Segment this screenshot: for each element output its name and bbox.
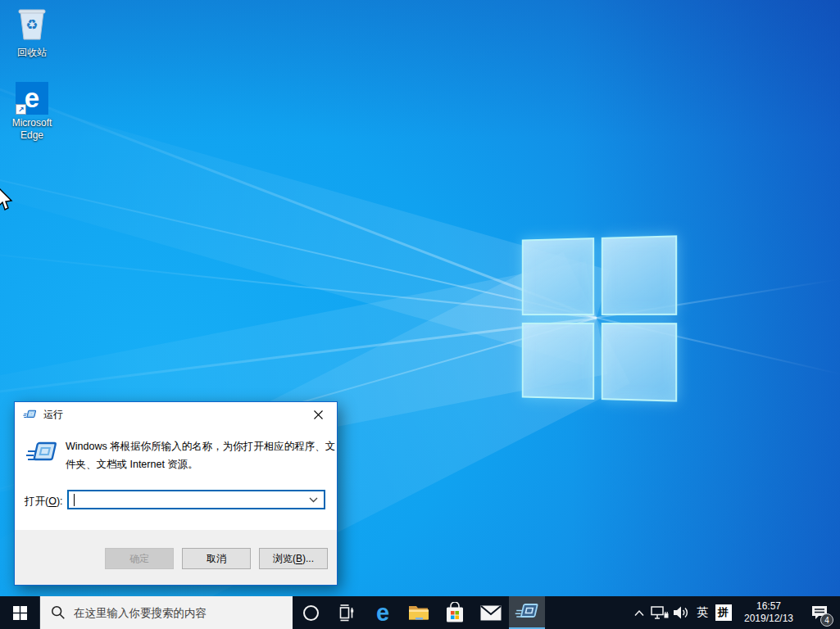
- recycle-bin-label: 回收站: [17, 47, 47, 59]
- action-center-button[interactable]: 4: [803, 596, 836, 629]
- edge-taskbar-icon: e: [376, 600, 389, 627]
- ok-button[interactable]: 确定: [105, 548, 174, 569]
- text-caret: [74, 494, 75, 506]
- taskbar-search[interactable]: [39, 596, 293, 629]
- volume-tray-button[interactable]: [670, 596, 692, 629]
- ime-language-indicator[interactable]: 英: [692, 596, 712, 629]
- clock[interactable]: 16:57 2019/12/13: [734, 596, 803, 629]
- run-icon: [25, 440, 58, 468]
- ime-mode-button[interactable]: 拼: [712, 596, 734, 629]
- run-dialog: 运行 Windows 将根据你所输入的名称，为你打开相应的程序、文件夹、文档或 …: [14, 401, 338, 586]
- run-taskbar-button[interactable]: [509, 596, 545, 629]
- cortana-icon: [303, 605, 319, 621]
- edge-label: Microsoft Edge: [6, 117, 58, 142]
- browse-button[interactable]: 浏览(B)...: [259, 548, 328, 569]
- task-view-button[interactable]: [329, 596, 365, 629]
- store-icon: [445, 602, 465, 623]
- task-view-icon: [337, 603, 356, 622]
- edge-icon: e ↗: [16, 82, 48, 115]
- run-titlebar-icon: [23, 409, 37, 420]
- svg-text:♻: ♻: [25, 17, 38, 33]
- system-tray: 英 拼 16:57 2019/12/13 4: [630, 596, 840, 629]
- open-input[interactable]: [74, 492, 303, 507]
- tray-expand-button[interactable]: [630, 596, 648, 629]
- mail-icon: [480, 605, 502, 621]
- close-icon: [314, 410, 323, 419]
- run-taskbar-icon: [515, 602, 539, 622]
- shortcut-arrow-icon: ↗: [16, 104, 26, 115]
- close-button[interactable]: [300, 403, 337, 427]
- open-combobox[interactable]: [67, 490, 325, 509]
- search-input[interactable]: [74, 607, 286, 619]
- store-button[interactable]: [437, 596, 473, 629]
- network-tray-button[interactable]: [648, 596, 670, 629]
- ime-mode-icon: 拼: [715, 604, 732, 621]
- run-dialog-body: Windows 将根据你所输入的名称，为你打开相应的程序、文件夹、文档或 Int…: [15, 427, 337, 532]
- clock-date: 2019/12/13: [744, 613, 793, 625]
- network-icon: [651, 605, 669, 620]
- notification-badge: 4: [820, 613, 833, 627]
- chevron-down-icon: [309, 497, 318, 503]
- desktop-icon-microsoft-edge[interactable]: e ↗ Microsoft Edge: [6, 82, 58, 142]
- start-button[interactable]: [0, 596, 39, 629]
- windows-logo: [522, 235, 677, 401]
- cortana-button[interactable]: [293, 596, 329, 629]
- clock-time: 16:57: [756, 600, 781, 613]
- chevron-up-icon: [633, 609, 645, 617]
- desktop: ♻ 回收站 e ↗ Microsoft Edge: [0, 0, 840, 629]
- edge-taskbar-button[interactable]: e: [365, 596, 401, 629]
- speaker-icon: [673, 605, 690, 620]
- run-dialog-footer: 确定 取消 浏览(B)...: [15, 530, 337, 585]
- search-icon: [51, 605, 66, 620]
- run-dialog-titlebar: 运行: [15, 402, 337, 427]
- file-explorer-icon: [408, 604, 429, 622]
- combo-dropdown-button[interactable]: [304, 491, 322, 508]
- run-dialog-title: 运行: [43, 408, 63, 422]
- windows-start-icon: [13, 606, 27, 620]
- run-dialog-description: Windows 将根据你所输入的名称，为你打开相应的程序、文件夹、文档或 Int…: [66, 437, 336, 473]
- recycle-bin-icon: ♻: [15, 5, 49, 44]
- taskbar: e: [0, 596, 840, 629]
- mail-button[interactable]: [473, 596, 509, 629]
- open-field-label: 打开(O):: [25, 495, 63, 509]
- cancel-button[interactable]: 取消: [182, 548, 251, 569]
- desktop-icon-recycle-bin[interactable]: ♻ 回收站: [6, 5, 58, 59]
- mouse-cursor: [0, 187, 14, 211]
- file-explorer-button[interactable]: [401, 596, 437, 629]
